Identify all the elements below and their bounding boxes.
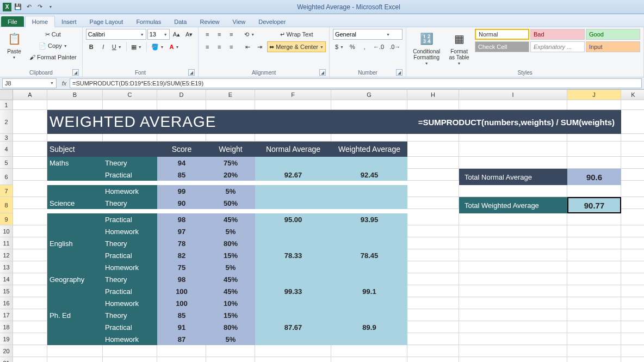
subject-name[interactable] [47,261,103,273]
cell[interactable] [103,134,157,142]
subject-name[interactable]: Geography [47,273,103,285]
cell[interactable] [13,321,47,333]
subject-type[interactable]: Practical [103,249,157,261]
percent-format-button[interactable]: % [347,41,358,52]
subject-type[interactable]: Homework [103,185,157,197]
weighted-avg-cell[interactable] [331,237,407,249]
copy-button[interactable]: 📄Copy▼ [27,40,79,51]
weight-cell[interactable]: 20% [206,169,255,181]
cell[interactable] [459,213,567,225]
cell[interactable] [13,213,47,225]
row-header-18[interactable]: 18 [0,321,13,333]
subject-type[interactable]: Homework [103,333,157,345]
score-cell[interactable]: 97 [157,225,206,237]
score-cell[interactable]: 75 [157,261,206,273]
style-explanatory[interactable]: Explanatory ... [530,41,585,52]
cell[interactable] [47,100,103,110]
cell[interactable] [567,285,621,297]
font-color-button[interactable]: A▼ [168,41,182,52]
score-cell[interactable]: 87 [157,333,206,345]
cell[interactable] [255,134,331,142]
cell[interactable] [13,333,47,345]
subject-type[interactable]: Homework [103,225,157,237]
row-header-15[interactable]: 15 [0,285,13,297]
cell[interactable] [13,225,47,237]
weight-cell[interactable]: 50% [206,197,255,209]
cell[interactable] [407,169,459,181]
cell[interactable] [13,285,47,297]
subject-name[interactable] [47,213,103,225]
excel-logo[interactable]: X [2,2,12,12]
row-header-3[interactable]: 3 [0,134,13,142]
grow-font-button[interactable]: A▴ [171,29,182,40]
col-header-D[interactable]: D [157,89,206,100]
col-header-K[interactable]: K [621,89,644,100]
col-header-E[interactable]: E [206,89,255,100]
cell[interactable] [331,134,407,142]
cell[interactable] [621,273,644,285]
row-header-21[interactable]: 21 [0,357,13,362]
cell[interactable] [331,345,407,357]
cell[interactable] [103,100,157,110]
paste-button[interactable]: 📋 Paste ▼ [3,29,25,60]
weighted-avg-cell[interactable] [331,273,407,285]
tab-view[interactable]: View [226,16,252,27]
align-top-button[interactable]: ≡ [202,29,213,40]
cell[interactable] [255,345,331,357]
align-middle-button[interactable]: ≡ [214,29,225,40]
cell[interactable] [621,225,644,237]
cell[interactable] [206,100,255,110]
save-icon[interactable]: 💾 [13,2,23,12]
cell[interactable] [13,169,47,181]
name-box[interactable]: J8▼ [2,78,57,88]
weight-cell[interactable]: 15% [206,249,255,261]
cell[interactable] [567,273,621,285]
table-header-subject[interactable]: Subject [47,142,157,157]
cell[interactable] [157,357,206,362]
comma-format-button[interactable]: , [359,41,370,52]
row-header-20[interactable]: 20 [0,345,13,357]
score-cell[interactable]: 98 [157,273,206,285]
cell[interactable] [621,357,644,362]
cell[interactable] [206,134,255,142]
normal-avg-cell[interactable] [255,185,331,197]
subject-type[interactable]: Theory [103,273,157,285]
increase-indent-button[interactable]: ⇥ [254,41,265,52]
subject-name[interactable]: Science [47,197,103,209]
subject-type[interactable]: Theory [103,309,157,321]
row-header-10[interactable]: 10 [0,225,13,237]
row-header-16[interactable]: 16 [0,297,13,309]
score-cell[interactable]: 91 [157,321,206,333]
subject-name[interactable] [47,297,103,309]
row-header-11[interactable]: 11 [0,237,13,249]
score-cell[interactable]: 85 [157,169,206,181]
table-header-navg[interactable]: Normal Average [255,142,331,157]
cell[interactable] [407,261,459,273]
cell[interactable] [13,357,47,362]
font-family-input[interactable] [88,31,138,38]
redo-icon[interactable]: ↷ [35,2,45,12]
subject-name[interactable] [47,169,103,181]
table-header-wavg[interactable]: Weighted Average [331,142,407,157]
cell[interactable] [567,321,621,333]
row-header-9[interactable]: 9 [0,213,13,225]
tab-data[interactable]: Data [168,16,193,27]
cell[interactable] [157,100,206,110]
subject-name[interactable]: Ph. Ed [47,309,103,321]
score-cell[interactable]: 98 [157,213,206,225]
cut-button[interactable]: ✂Cut [27,29,79,40]
weight-cell[interactable]: 45% [206,273,255,285]
weight-cell[interactable]: 5% [206,261,255,273]
style-check-cell[interactable]: Check Cell [475,41,529,52]
cell[interactable] [407,213,459,225]
subject-type[interactable]: Practical [103,169,157,181]
cell[interactable] [407,297,459,309]
cell[interactable] [621,100,644,110]
cell[interactable] [621,213,644,225]
worksheet-grid[interactable]: ABCDEFGHIJK12WEIGHTED AVERAGE=SUMPRODUCT… [0,89,644,362]
subject-type[interactable]: Theory [103,237,157,249]
cell[interactable] [255,100,331,110]
cell[interactable] [621,134,644,142]
cell[interactable] [621,169,644,181]
normal-avg-cell[interactable]: 87.67 [255,321,331,333]
